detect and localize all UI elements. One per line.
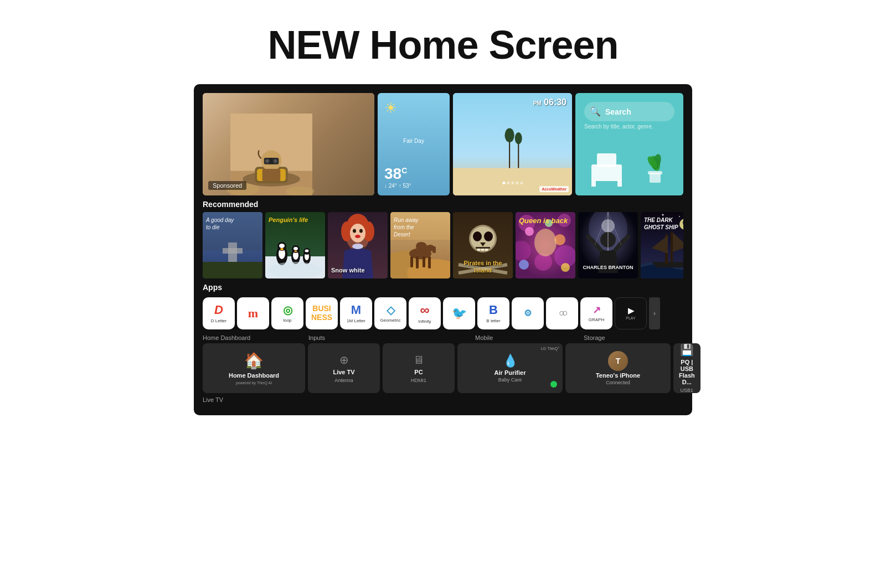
rec-item-2-text: Penguin's life — [269, 216, 322, 223]
svg-rect-25 — [648, 171, 662, 174]
rec-item-5[interactable]: Pirates in theIsland — [453, 212, 513, 278]
dash-airpurifier-icon: 💧 — [503, 354, 518, 368]
app-share[interactable]: ⚙ — [512, 297, 544, 329]
dash-home-title: Home Dashboard — [229, 372, 279, 379]
app-graph[interactable]: ↗ GRAPH — [580, 297, 612, 329]
dash-pc-subtitle: HDMI1 — [411, 378, 426, 383]
rec-item-4[interactable]: Run away from the Desert — [390, 212, 450, 278]
weather-range: ↓ 24° ↑ 53° — [384, 183, 443, 189]
dash-iphone-title: Teneo's iPhone — [596, 372, 640, 379]
svg-point-59 — [355, 235, 360, 238]
app-ybird[interactable]: 🐦 — [443, 297, 475, 329]
weather-icon: ☀ — [384, 100, 443, 117]
app-play-symbol: ▶ — [628, 306, 634, 315]
dash-pc-title: PC — [414, 369, 423, 375]
svg-point-98 — [534, 229, 557, 256]
app-bizicons[interactable]: BUSINESS — [306, 297, 338, 329]
app-play[interactable]: ▶ PLAY — [615, 297, 647, 329]
clock-time: PM 06:30 — [533, 97, 566, 107]
app-rings-symbol: ○○ — [559, 307, 565, 319]
app-infinity[interactable]: ∞ Infinity — [409, 297, 441, 329]
dash-card-airpurifier[interactable]: LG ThinQ° 💧 Air Purifier Baby Care — [457, 343, 563, 393]
dashboard-section: Home Dashboard Inputs Mobile Storage 🏠 H… — [203, 334, 683, 393]
recommended-row: A good day to die — [203, 212, 683, 278]
app-dletter[interactable]: D D Letter — [203, 297, 235, 329]
app-dletter-label: D Letter — [211, 318, 226, 323]
rec-item-5-text: Pirates in theIsland — [456, 260, 509, 274]
rec-item-1[interactable]: A good day to die — [203, 212, 262, 278]
svg-rect-73 — [428, 256, 431, 269]
live-tv-bottom: Live TV — [203, 393, 683, 406]
sponsored-tile[interactable]: Sponsored — [203, 93, 374, 195]
app-share-symbol: ⚙ — [524, 308, 532, 318]
app-mstore[interactable]: m — [237, 297, 269, 329]
app-geometric-symbol: ◇ — [387, 303, 395, 317]
svg-point-9 — [274, 159, 277, 163]
svg-rect-116 — [671, 231, 673, 262]
sponsored-badge: Sponsored — [208, 181, 246, 190]
clock-ampm: PM — [533, 100, 542, 106]
svg-point-108 — [662, 214, 664, 216]
svg-rect-11 — [262, 169, 281, 181]
dash-green-dot — [550, 381, 557, 388]
search-furniture — [584, 137, 674, 187]
app-dletter-symbol: D — [214, 303, 223, 317]
page-title: NEW Home Screen — [0, 0, 886, 84]
dash-airpurifier-title: Air Purifier — [494, 369, 526, 376]
rec-item-6[interactable]: Queen is back — [516, 212, 575, 278]
app-ybird-symbol: 🐦 — [452, 306, 467, 321]
app-graph-label: GRAPH — [589, 317, 604, 322]
dash-home-icon: 🏠 — [244, 352, 264, 370]
dash-iphone-subtitle: Connected — [606, 380, 630, 385]
dash-header-home: Home Dashboard — [203, 334, 305, 341]
svg-rect-71 — [416, 256, 419, 269]
app-bletter[interactable]: B B letter — [477, 297, 509, 329]
svg-rect-21 — [597, 153, 616, 167]
app-mletter[interactable]: M 1M Letter — [340, 297, 372, 329]
rec-item-2[interactable]: Penguin's life — [265, 212, 325, 278]
rec-item-7-text: CHARLES BRANTON — [581, 265, 635, 270]
app-mstore-symbol: m — [248, 306, 258, 321]
search-tile[interactable]: 🔍 Search Search by title, actor, genre. — [575, 93, 683, 195]
svg-point-97 — [561, 263, 570, 272]
dash-usb-title: PQ | USB Flash D... — [679, 359, 695, 385]
dash-card-usb[interactable]: 💾 PQ | USB Flash D... USB1 — [673, 343, 700, 393]
dash-home-subtitle: powered by ThinQ AI — [236, 381, 272, 385]
app-loop[interactable]: ◎ loop — [271, 297, 303, 329]
weather-tile[interactable]: ☀ Fair Day 38C ↓ 24° ↑ 53° — [378, 93, 450, 195]
app-infinity-label: Infinity — [418, 319, 431, 324]
search-bar[interactable]: 🔍 Search — [584, 102, 674, 121]
weather-condition: Fair Day — [384, 138, 443, 144]
app-infinity-symbol: ∞ — [420, 302, 429, 318]
svg-point-93 — [525, 227, 534, 236]
recommended-section-title: Recommended — [203, 200, 683, 209]
svg-rect-32 — [223, 248, 243, 254]
svg-rect-69 — [432, 246, 436, 253]
dash-usb-icon: 💾 — [680, 343, 694, 357]
rec-item-8[interactable]: THE DARK GHOST SHIP — [641, 212, 683, 278]
dash-card-home[interactable]: 🏠 Home Dashboard powered by ThinQ AI — [203, 343, 305, 393]
clock-tile[interactable]: PM 06:30 — [453, 93, 572, 195]
search-label: Search — [605, 107, 631, 116]
dash-card-iphone[interactable]: T Teneo's iPhone Connected — [565, 343, 671, 393]
svg-rect-72 — [423, 256, 425, 267]
dash-card-pc[interactable]: 🖥 PC HDMI1 — [383, 343, 455, 393]
rec-item-1-text: A good day to die — [206, 216, 259, 231]
svg-point-56 — [350, 224, 365, 243]
apps-row: D D Letter m ◎ loop BUSINESS M 1M Letter… — [203, 295, 683, 331]
svg-point-57 — [353, 229, 356, 233]
svg-rect-33 — [203, 262, 262, 278]
dash-thinq-badge: LG ThinQ° — [541, 347, 559, 350]
svg-point-19 — [515, 132, 522, 145]
app-play-label: PLAY — [626, 316, 635, 320]
app-rings[interactable]: ○○ — [546, 297, 578, 329]
app-bletter-label: B letter — [486, 318, 500, 323]
svg-rect-84 — [476, 247, 490, 249]
rec-item-3[interactable]: Snow white — [328, 212, 388, 278]
svg-point-58 — [359, 229, 363, 233]
dash-card-livetv[interactable]: ⊕ Live TV Antenna — [308, 343, 380, 393]
rec-item-7[interactable]: CHARLES BRANTON — [578, 212, 638, 278]
app-geometric[interactable]: ◇ Geometric — [374, 297, 406, 329]
app-scroll-right[interactable]: › — [649, 297, 660, 329]
dash-pc-icon: 🖥 — [413, 354, 424, 367]
